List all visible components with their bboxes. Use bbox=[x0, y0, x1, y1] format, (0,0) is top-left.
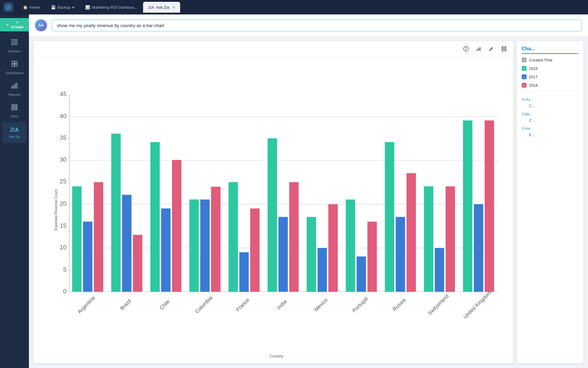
explorer-icon bbox=[11, 39, 18, 48]
svg-rect-19 bbox=[477, 49, 477, 51]
xaxis-section-label[interactable]: X-Ax... bbox=[522, 97, 578, 102]
svg-rect-64 bbox=[239, 252, 249, 292]
create-button[interactable]: ＋ + Create bbox=[0, 18, 29, 31]
svg-text:10: 10 bbox=[60, 244, 67, 251]
main-layout: ＋ + Create Explorer bbox=[0, 14, 588, 368]
chart-toolbar bbox=[34, 41, 513, 57]
svg-rect-50 bbox=[133, 235, 142, 292]
yaxis-section-label[interactable]: Y-Ax... bbox=[522, 126, 578, 131]
svg-rect-49 bbox=[122, 195, 131, 292]
tab-bar: 🏠 Home 💾 Backup ▾ 📊 Marketing ROI Dashbo… bbox=[18, 2, 180, 13]
topbar: 🏠 Home 💾 Backup ▾ 📊 Marketing ROI Dashbo… bbox=[0, 0, 588, 14]
sidebar-item-label: Explorer bbox=[8, 49, 21, 53]
home-icon: 🏠 bbox=[23, 5, 28, 10]
sidebar-item-reports[interactable]: Reports bbox=[2, 79, 27, 99]
svg-rect-83 bbox=[424, 186, 433, 292]
svg-rect-22 bbox=[502, 47, 506, 51]
svg-text:40: 40 bbox=[60, 113, 67, 119]
svg-rect-6 bbox=[12, 61, 14, 64]
askzia-input-bar: ZiA bbox=[29, 14, 588, 36]
tab-askzia[interactable]: ZiA Ask Zia ✕ bbox=[143, 2, 180, 13]
svg-rect-68 bbox=[278, 217, 288, 292]
svg-rect-12 bbox=[16, 83, 17, 88]
checkbox-created-time[interactable]: ✓ bbox=[522, 58, 527, 62]
tab-home[interactable]: 🏠 Home bbox=[18, 2, 45, 13]
svg-rect-87 bbox=[463, 120, 472, 292]
svg-rect-23 bbox=[503, 47, 505, 48]
color-section-label[interactable]: Colo... bbox=[522, 112, 578, 116]
svg-rect-79 bbox=[385, 142, 394, 292]
svg-rect-9 bbox=[15, 64, 17, 67]
save-button[interactable] bbox=[499, 44, 508, 53]
sidebar-item-label: Reports bbox=[9, 93, 20, 96]
app-logo bbox=[4, 2, 13, 12]
close-tab-icon[interactable]: ✕ bbox=[172, 5, 175, 9]
chevron-down-icon: ▾ bbox=[72, 5, 74, 10]
svg-rect-4 bbox=[12, 43, 14, 45]
chart-type-button[interactable] bbox=[474, 44, 483, 53]
panel-item-created-time[interactable]: ✓ Created Time bbox=[522, 58, 578, 62]
edit-button[interactable] bbox=[487, 44, 496, 53]
panel-section-color: Colo... C... bbox=[522, 112, 578, 123]
svg-text:Chile: Chile bbox=[158, 298, 171, 311]
svg-text:Portugal: Portugal bbox=[351, 296, 369, 313]
svg-text:France: France bbox=[235, 297, 251, 313]
svg-rect-7 bbox=[15, 61, 17, 64]
svg-rect-59 bbox=[189, 199, 199, 292]
right-panel: Cha... ✓ Created Time ✓ 2016 bbox=[517, 41, 583, 363]
panel-item-2018[interactable]: ✓ 2018 bbox=[522, 83, 578, 88]
dashboards-icon bbox=[11, 60, 18, 69]
sidebar-item-explorer[interactable]: Explorer bbox=[2, 36, 27, 56]
svg-rect-21 bbox=[480, 47, 480, 51]
checkbox-2016[interactable]: ✓ bbox=[522, 66, 527, 71]
svg-rect-54 bbox=[172, 160, 181, 292]
svg-text:Russia: Russia bbox=[391, 297, 407, 313]
panel-section-xaxis: X-Ax... C... bbox=[522, 97, 578, 108]
svg-rect-65 bbox=[250, 208, 259, 292]
svg-rect-81 bbox=[406, 173, 416, 292]
svg-rect-14 bbox=[12, 107, 17, 108]
svg-rect-8 bbox=[12, 64, 14, 67]
y-axis-label: Expected Revenue Count bbox=[54, 189, 58, 231]
svg-rect-69 bbox=[289, 182, 299, 292]
svg-rect-3 bbox=[15, 39, 17, 42]
svg-rect-89 bbox=[485, 120, 494, 292]
svg-rect-13 bbox=[12, 104, 17, 106]
backup-icon: 💾 bbox=[51, 5, 56, 10]
checkbox-2017[interactable]: ✓ bbox=[522, 74, 527, 79]
sidebar: ＋ + Create Explorer bbox=[0, 14, 29, 368]
svg-rect-88 bbox=[474, 204, 483, 292]
svg-text:30: 30 bbox=[60, 156, 67, 163]
svg-rect-73 bbox=[328, 204, 338, 292]
svg-text:Colombia: Colombia bbox=[194, 295, 214, 314]
checkbox-2018[interactable]: ✓ bbox=[522, 83, 527, 88]
svg-rect-80 bbox=[396, 217, 405, 292]
svg-rect-15 bbox=[12, 109, 17, 110]
svg-rect-60 bbox=[200, 257, 210, 292]
sidebar-item-askzia[interactable]: ZiA Ask Zia bbox=[2, 122, 27, 143]
info-button[interactable] bbox=[461, 44, 471, 53]
svg-point-18 bbox=[466, 48, 466, 48]
svg-rect-61 bbox=[211, 187, 220, 292]
svg-rect-85 bbox=[446, 186, 455, 292]
svg-text:45: 45 bbox=[60, 91, 67, 97]
svg-text:15: 15 bbox=[60, 222, 67, 229]
content-area: ZiA bbox=[29, 14, 588, 368]
svg-rect-67 bbox=[267, 138, 277, 292]
svg-rect-2 bbox=[12, 39, 14, 42]
svg-rect-10 bbox=[12, 86, 13, 88]
panel-item-2017[interactable]: ✓ 2017 bbox=[522, 74, 578, 79]
svg-text:Mexico: Mexico bbox=[313, 297, 329, 313]
panel-section-yaxis: Y-Ax... E... bbox=[522, 126, 578, 137]
sidebar-item-dashboards[interactable]: Dashboards bbox=[2, 57, 27, 78]
svg-text:India: India bbox=[276, 298, 288, 311]
askzia-search-input[interactable] bbox=[52, 20, 582, 31]
bar-chart-svg: .y-tick { font-size: 13px; fill: #666; t… bbox=[46, 61, 507, 353]
sidebar-item-data[interactable]: Data bbox=[2, 101, 27, 121]
tab-marketing[interactable]: 📊 Marketing ROI Dashboa... bbox=[80, 2, 142, 13]
tab-backup[interactable]: 💾 Backup ▾ bbox=[46, 2, 79, 13]
svg-text:0: 0 bbox=[63, 288, 66, 295]
zia-tab-icon: ZiA bbox=[148, 5, 154, 10]
panel-item-2016[interactable]: ✓ 2016 bbox=[522, 66, 578, 71]
zia-logo-badge: ZiA bbox=[35, 19, 47, 31]
